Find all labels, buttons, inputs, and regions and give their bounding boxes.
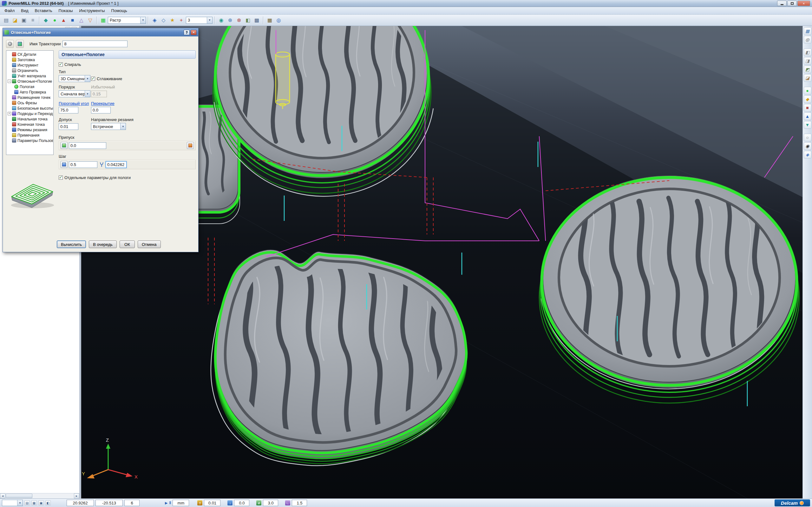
- strategy-combo[interactable]: Растр ▼: [108, 17, 146, 24]
- menu-view[interactable]: Вид: [18, 7, 32, 14]
- threshold-angle-link[interactable]: Пороговый угол: [59, 101, 89, 106]
- refresh-icon[interactable]: ◈: [804, 151, 811, 158]
- minimize-button[interactable]: [777, 1, 786, 6]
- transform-icon[interactable]: ●: [50, 16, 59, 24]
- stepover-input[interactable]: [69, 161, 97, 168]
- direction-combo[interactable]: Встречное ▼: [91, 123, 126, 130]
- simulate-icon[interactable]: +: [177, 16, 186, 24]
- dialog-close-button[interactable]: ×: [191, 30, 197, 35]
- view-resize-icon[interactable]: ▦: [804, 27, 811, 35]
- tree-item[interactable]: Инструмент: [7, 62, 53, 68]
- calculate-button[interactable]: Вычислить: [57, 240, 86, 248]
- shade-icon[interactable]: ◉: [217, 16, 225, 24]
- close-button[interactable]: ×: [798, 1, 810, 6]
- screen-icon[interactable]: ◧: [45, 500, 51, 505]
- dialog-help-button[interactable]: ?: [184, 30, 190, 35]
- block-icon[interactable]: ⊗: [235, 16, 243, 24]
- min-radius-shade-icon[interactable]: ▲: [804, 112, 811, 120]
- scroll-left-icon[interactable]: ◄: [0, 493, 5, 498]
- menu-tools[interactable]: Инструменты: [76, 7, 108, 14]
- threshold-angle-input[interactable]: [59, 107, 78, 113]
- layers-icon[interactable]: ▤: [24, 500, 30, 505]
- macro-icon[interactable]: ▦: [265, 16, 274, 24]
- dialog-settings-icon[interactable]: [6, 40, 14, 48]
- checkbox-check-icon[interactable]: [59, 176, 63, 180]
- overlap-link[interactable]: Перекрытие: [91, 101, 114, 106]
- wireframe-toggle-icon[interactable]: ◆: [804, 95, 811, 103]
- scroll-right-icon[interactable]: ►: [74, 493, 79, 498]
- dialog-titlebar[interactable]: Отвесные+Пологие ? ×: [3, 28, 198, 37]
- workplane-icon[interactable]: ▽: [86, 16, 95, 24]
- grid-snap-icon[interactable]: ▣: [38, 500, 44, 505]
- chevron-down-icon[interactable]: ▼: [17, 500, 22, 506]
- menu-help[interactable]: Помощь: [108, 7, 131, 14]
- tree-item[interactable]: Режимы резания: [7, 127, 53, 132]
- play-icon[interactable]: ▶: [165, 501, 167, 505]
- view-front-icon[interactable]: ◩: [804, 66, 811, 73]
- level-combo[interactable]: ▼: [2, 500, 23, 506]
- tree-item[interactable]: Начальная точка: [7, 116, 53, 122]
- view-side-icon[interactable]: ◪: [804, 74, 811, 82]
- type-combo[interactable]: 3D Смещением ▼: [59, 75, 90, 82]
- tree-item[interactable]: Ось Фрезы: [7, 100, 53, 106]
- ok-button[interactable]: ОК: [119, 240, 135, 248]
- new-icon[interactable]: ▤: [2, 16, 10, 24]
- overlap-input[interactable]: [91, 107, 111, 113]
- nc-combo[interactable]: 3 ▼: [186, 17, 212, 24]
- tree-item[interactable]: Примечания: [7, 132, 53, 138]
- thickness-icon[interactable]: [61, 142, 67, 149]
- world-axes-icon[interactable]: ◉: [804, 142, 811, 150]
- multicolor-shade-icon[interactable]: ■: [804, 104, 811, 112]
- nc-program-icon[interactable]: ◇: [159, 16, 168, 24]
- chevron-down-icon[interactable]: ▼: [85, 75, 90, 82]
- open-icon[interactable]: ◪: [11, 16, 19, 24]
- tool-icon[interactable]: ★: [168, 16, 177, 24]
- checkbox-check-icon[interactable]: [59, 62, 63, 66]
- order-combo[interactable]: Сначала верхние ▼: [59, 90, 90, 97]
- separate-params-checkbox[interactable]: Отдельные параметры для пологи: [59, 174, 131, 181]
- tree-item[interactable]: Учёт материала: [7, 73, 53, 78]
- pattern-icon[interactable]: ■: [68, 16, 77, 24]
- cancel-button[interactable]: Отмена: [138, 240, 161, 248]
- cusp-link-icon[interactable]: [99, 162, 104, 167]
- boundary-icon[interactable]: ▲: [59, 16, 68, 24]
- print-icon[interactable]: ▣: [20, 16, 28, 24]
- dialog-strategy-icon[interactable]: [16, 40, 24, 48]
- chevron-down-icon[interactable]: ▼: [85, 91, 90, 97]
- collision-check-icon[interactable]: ◧: [244, 16, 252, 24]
- tree-item[interactable]: Безопасные высоты: [7, 106, 53, 111]
- zoom-box-icon[interactable]: ◎: [804, 36, 811, 43]
- tree-item[interactable]: Ограничить: [7, 68, 53, 73]
- view-iso-icon[interactable]: ◧: [804, 49, 811, 56]
- tree-item[interactable]: Заготовка: [7, 57, 53, 62]
- menu-display[interactable]: Показы: [55, 7, 76, 14]
- pause-icon[interactable]: ‖: [169, 501, 171, 505]
- maximize-button[interactable]: [787, 1, 797, 6]
- toolpath-icon[interactable]: ◈: [150, 16, 159, 24]
- chevron-down-icon[interactable]: ▼: [207, 17, 212, 23]
- tree-item[interactable]: СК Детали: [7, 52, 53, 57]
- block-toggle-icon[interactable]: ○: [804, 134, 811, 141]
- draft-shade-icon[interactable]: ▼: [804, 121, 811, 129]
- tree-expander-icon[interactable]: +: [8, 112, 11, 115]
- component-thickness-icon[interactable]: [187, 142, 194, 149]
- chevron-down-icon[interactable]: ▼: [140, 17, 146, 23]
- checkbox-check-icon[interactable]: [91, 77, 95, 81]
- layer-add-icon[interactable]: ▦: [32, 500, 37, 505]
- tree-item[interactable]: Размещение точек: [7, 95, 53, 100]
- calculator-icon[interactable]: ▩: [252, 16, 261, 24]
- spiral-checkbox[interactable]: Спираль: [59, 61, 81, 67]
- plot-icon[interactable]: ≡: [29, 16, 37, 24]
- wireframe-icon[interactable]: ⊕: [226, 16, 235, 24]
- menu-insert[interactable]: Вставить: [32, 7, 55, 14]
- explorer-hscrollbar[interactable]: ◄ ►: [0, 493, 79, 498]
- tree-item[interactable]: Пологая: [7, 84, 53, 89]
- tree-item[interactable]: Авто Проверка: [7, 89, 53, 95]
- stepover-icon[interactable]: [61, 161, 67, 168]
- thickness-input[interactable]: [69, 142, 106, 149]
- smoothing-checkbox[interactable]: Сглаживание: [91, 75, 122, 82]
- scroll-thumb[interactable]: [6, 494, 32, 498]
- tree-expander-icon[interactable]: −: [8, 79, 11, 83]
- view-top-icon[interactable]: ◨: [804, 57, 811, 65]
- toolpath-name-input[interactable]: [62, 41, 128, 47]
